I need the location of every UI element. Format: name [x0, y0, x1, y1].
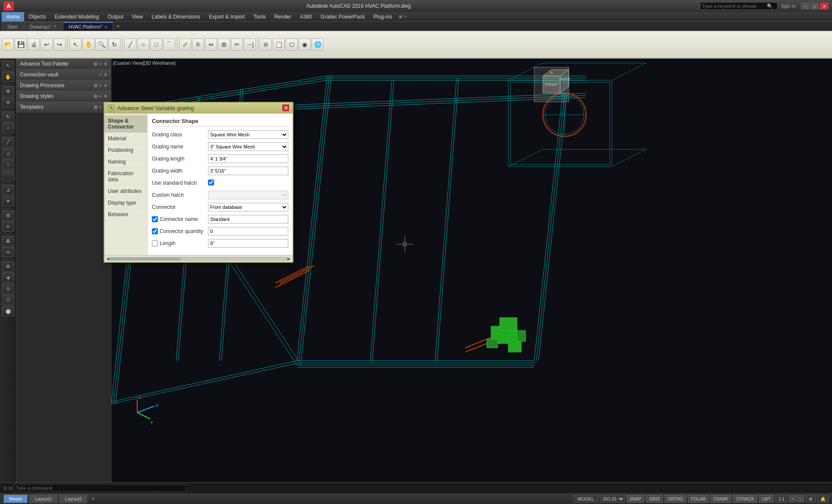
- dialog-nav-behavior[interactable]: Behavior: [104, 209, 147, 220]
- connector-select[interactable]: From database None Custom: [208, 203, 288, 211]
- maximize-button[interactable]: □: [810, 3, 819, 9]
- otrack-btn[interactable]: OTRACK: [733, 495, 757, 503]
- close-button[interactable]: ✕: [820, 3, 829, 9]
- status-icon-2[interactable]: ⊡: [9, 486, 12, 491]
- model-tab-model[interactable]: Model: [3, 495, 28, 503]
- custom-hatch-select[interactable]: [208, 191, 288, 199]
- connector-quantity-checkbox[interactable]: [152, 228, 158, 234]
- menu-render[interactable]: Render: [270, 12, 295, 22]
- dialog-nav-positioning[interactable]: Positioning: [104, 145, 147, 156]
- dialog-scrollbar[interactable]: ◀ ▶: [104, 255, 293, 262]
- dialog-nav-material[interactable]: Material: [104, 133, 147, 145]
- connector-shape-header: Connector Shape: [152, 118, 288, 126]
- title-bar: A Autodesk AutoCAD 2016 HVAC Platform.dw…: [0, 0, 832, 12]
- menu-view[interactable]: View: [127, 12, 147, 22]
- tab-drawing1[interactable]: Drawing1* ✕: [24, 22, 62, 31]
- toolbar-save[interactable]: 💾: [15, 38, 27, 50]
- dialog-close-button[interactable]: ✕: [282, 104, 289, 111]
- snap-btn[interactable]: SNAP: [627, 495, 644, 503]
- tab-close-hvac[interactable]: ✕: [104, 25, 107, 29]
- dialog-nav-display-type[interactable]: Display type: [104, 197, 147, 209]
- menu-plugins[interactable]: Plug-ins: [369, 12, 397, 22]
- length-input[interactable]: [208, 239, 288, 248]
- dialog-nav-naming[interactable]: Naming: [104, 156, 147, 168]
- scroll-left-icon[interactable]: ◀: [106, 256, 110, 261]
- tab-close-drawing1[interactable]: ✕: [53, 24, 57, 29]
- menu-extended-modeling[interactable]: Extended Modeling: [50, 12, 104, 22]
- menu-graitec[interactable]: Graitec PowerPack: [316, 12, 369, 22]
- toolbar-rotate[interactable]: ↻: [108, 38, 120, 50]
- dialog-nav-shape-connector[interactable]: Shape & Connector: [104, 115, 147, 133]
- model-tab-layout1[interactable]: Layout1: [29, 495, 57, 503]
- lineweight-btn[interactable]: LWT: [759, 495, 774, 503]
- scroll-right-icon[interactable]: ▶: [287, 256, 291, 261]
- grating-class-select[interactable]: Square Wire Mesh Rectangular Wire Mesh S…: [208, 130, 288, 139]
- toolbar-line[interactable]: ╱: [124, 38, 136, 50]
- grid-btn[interactable]: GRID: [646, 495, 663, 503]
- menu-home[interactable]: Home: [2, 12, 24, 22]
- toolbar-print[interactable]: 🖨: [28, 38, 40, 50]
- grating-length-input[interactable]: [208, 154, 288, 163]
- scroll-thumb[interactable]: [110, 258, 181, 260]
- toolbar-trim[interactable]: ✂: [231, 38, 243, 50]
- toolbar-undo[interactable]: ↩: [41, 38, 53, 50]
- toolbar-zoom[interactable]: 🔍: [95, 38, 107, 50]
- menu-objects[interactable]: Objects: [24, 12, 50, 22]
- menu-output[interactable]: Output: [103, 12, 127, 22]
- grating-width-input[interactable]: [208, 167, 288, 175]
- grating-class-row: Grating class Square Wire Mesh Rectangul…: [152, 130, 288, 139]
- tab-add-button[interactable]: +: [114, 22, 123, 31]
- toolbar-orbit[interactable]: 🌐: [312, 38, 324, 50]
- toolbar-layer[interactable]: ⊖: [260, 38, 272, 50]
- notifications[interactable]: 🔔: [817, 495, 829, 503]
- connector-quantity-input[interactable]: [208, 227, 288, 236]
- polar-btn[interactable]: POLAR: [688, 495, 709, 503]
- menu-export-import[interactable]: Export & Import: [205, 12, 249, 22]
- toolbar-array[interactable]: ⊞: [218, 38, 230, 50]
- toolbar-view3d[interactable]: ⬡: [286, 38, 298, 50]
- connector-name-row: Connector name: [152, 214, 288, 224]
- model-tab-add[interactable]: +: [89, 495, 97, 503]
- minimize-button[interactable]: ─: [801, 3, 810, 9]
- use-standard-hatch-checkbox[interactable]: [208, 180, 214, 186]
- workspace-indicator[interactable]: ⚙: [806, 495, 816, 503]
- scale-selector[interactable]: ISO-25 ISO-50 1:1: [600, 495, 625, 503]
- toolbar-shade[interactable]: ◉: [299, 38, 311, 50]
- toolbar-pan[interactable]: ✋: [82, 38, 95, 50]
- scroll-track[interactable]: [110, 257, 287, 261]
- menu-labels-dimensions[interactable]: Labels & Dimensions: [147, 12, 205, 22]
- toolbar-extend[interactable]: →|: [244, 38, 256, 50]
- connector-name-checkbox[interactable]: [152, 216, 158, 222]
- tab-hvac-platform[interactable]: HVAC Platform* ✕: [63, 22, 113, 31]
- toolbar-arc[interactable]: ⌒: [163, 38, 175, 50]
- osnap-btn[interactable]: OSNAP: [710, 495, 731, 503]
- grating-name-select[interactable]: 3" Square Wire Mesh 2" Square Wire Mesh: [208, 142, 288, 151]
- toolbar-open[interactable]: 📂: [2, 38, 14, 50]
- status-icon-1[interactable]: ⊡: [3, 486, 7, 491]
- toolbar-mirror[interactable]: ⇔: [205, 38, 217, 50]
- toolbar-redo[interactable]: ↪: [54, 38, 66, 50]
- length-checkbox[interactable]: [152, 240, 158, 246]
- menu-a360[interactable]: A360: [296, 12, 316, 22]
- sign-in-button[interactable]: Sign In: [781, 3, 796, 9]
- dialog-nav-fabrication[interactable]: Fabrication data: [104, 168, 147, 186]
- connector-name-input[interactable]: [208, 215, 288, 224]
- tab-start[interactable]: Start: [2, 22, 23, 31]
- toolbar-rectangle[interactable]: □: [150, 38, 162, 50]
- connector-name-label: Connector name: [152, 216, 208, 222]
- toolbar-move[interactable]: ⤢: [179, 38, 191, 50]
- toolbar-select[interactable]: ↖: [69, 38, 82, 50]
- zoom-out-status[interactable]: -: [797, 495, 804, 502]
- dialog-nav-user-attributes[interactable]: User attributes: [104, 186, 147, 197]
- window-controls: ─ □ ✕: [801, 3, 829, 9]
- toolbar-circle[interactable]: ○: [137, 38, 149, 50]
- zoom-in-status[interactable]: +: [789, 495, 796, 502]
- toolbar-copy[interactable]: ⎘: [192, 38, 204, 50]
- grating-width-field: [208, 167, 288, 175]
- toolbar-properties[interactable]: 📋: [273, 38, 285, 50]
- ortho-btn[interactable]: ORTHO: [665, 495, 686, 503]
- model-tab-layout2[interactable]: Layout2: [59, 495, 87, 503]
- search-input[interactable]: [702, 3, 767, 9]
- command-input[interactable]: [14, 484, 186, 492]
- menu-tools[interactable]: Tools: [249, 12, 270, 22]
